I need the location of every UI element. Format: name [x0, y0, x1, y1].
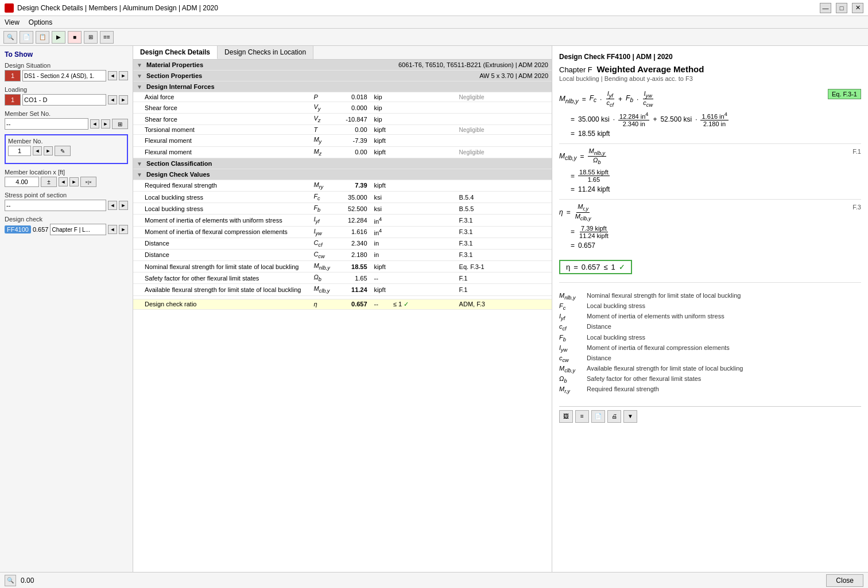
toolbar-btn-7[interactable]: ≡≡ — [100, 31, 114, 44]
design-check-chapter[interactable]: Chapter F | L... — [50, 224, 106, 235]
formula-step1-line1: = 35.000 ksi · 12.284 in4 2.340 in + 52.… — [571, 111, 815, 127]
section-class-label: Section Classification — [146, 160, 212, 167]
menubar: View Options — [0, 16, 868, 29]
toolbar-btn-2[interactable]: 📄 — [20, 31, 33, 44]
loading-num[interactable]: 1 — [5, 94, 21, 106]
step2-frac: 18.55 kipft 1.65 — [578, 169, 610, 183]
force-sym-My: My — [310, 135, 334, 146]
dcv-name-5: Distance — [133, 237, 310, 249]
stress-prev-btn[interactable]: ◄ — [108, 201, 117, 210]
material-collapse-btn[interactable]: ▼ — [137, 62, 142, 68]
member-location-row: 4.00 ± ◄ ► ×|× — [5, 177, 128, 187]
member-set-add-btn[interactable]: ⊞ — [112, 119, 128, 129]
formula-main-eq-sign: = — [582, 95, 586, 103]
minimize-button[interactable]: — — [820, 3, 831, 13]
loading-next-btn[interactable]: ► — [119, 95, 128, 104]
dcv-row-3: Moment of inertia of elements with unifo… — [133, 215, 552, 226]
rp-btn-4[interactable]: 🖨 — [607, 410, 621, 423]
ds-prev-btn[interactable]: ◄ — [108, 71, 117, 80]
dcv-unit-2: ksi — [371, 203, 390, 215]
design-situation-value[interactable]: DS1 - Section 2.4 (ASD), 1. — [22, 70, 106, 81]
ds-next-btn[interactable]: ► — [119, 71, 128, 80]
toolbar-btn-6[interactable]: ⊞ — [84, 31, 98, 44]
tab-design-check-details[interactable]: Design Check Details — [133, 46, 218, 59]
member-no-next-btn[interactable]: ► — [44, 146, 53, 155]
dcv-unit-7: kipft — [371, 261, 390, 272]
design-check-next-btn[interactable]: ► — [119, 225, 128, 234]
force-note-T: Negligible — [456, 125, 552, 135]
step1-eq-sign: = — [571, 115, 575, 123]
final-check-icon: ✓ — [619, 263, 625, 271]
force-val-Vz: -10.847 — [342, 114, 371, 125]
location-prev-btn[interactable]: ◄ — [59, 177, 68, 186]
loading-prev-btn[interactable]: ◄ — [108, 95, 117, 104]
dcv-name-6: Distance — [133, 249, 310, 260]
design-check-label: Design check — [5, 216, 128, 223]
legend-desc-8: Safety factor for other flexural limit s… — [587, 375, 701, 382]
formula-dot-1: · — [600, 95, 602, 103]
member-no-box: Member No. 1 ◄ ► ✎ — [5, 134, 128, 164]
rp-btn-2[interactable]: ≡ — [575, 410, 589, 423]
section-props-label: Section Properties — [146, 72, 202, 79]
section-class-collapse-btn[interactable]: ▼ — [137, 161, 142, 167]
rp-btn-1[interactable]: 🖼 — [559, 410, 573, 423]
dcv-collapse-btn[interactable]: ▼ — [137, 172, 142, 178]
dcv-unit-8: -- — [371, 272, 390, 284]
menu-options[interactable]: Options — [29, 18, 52, 26]
member-set-next-btn[interactable]: ► — [101, 119, 110, 128]
dcv-ref-7: Eq. F.3-1 — [456, 261, 552, 272]
dcv-unit-4: in4 — [371, 226, 390, 237]
maximize-button[interactable]: □ — [836, 3, 847, 13]
stress-point-row: -- ◄ ► — [5, 200, 128, 211]
internal-forces-collapse-btn[interactable]: ▼ — [137, 84, 142, 90]
member-no-input[interactable]: 1 — [8, 146, 31, 156]
loading-label: Loading — [5, 86, 128, 93]
force-val-Vy: 0.000 — [342, 102, 371, 114]
dcv-unit-0: kipft — [371, 180, 390, 191]
member-location-input[interactable]: 4.00 — [5, 177, 39, 187]
location-next-btn[interactable]: ► — [69, 177, 79, 186]
dcv-name-3: Moment of inertia of elements with unifo… — [133, 215, 310, 226]
dcv-row-0: Required flexural strength Mry 7.39 kipf… — [133, 180, 552, 191]
formula-frac-iyw-ccw: Iyw ccw — [642, 90, 654, 108]
member-set-prev-btn[interactable]: ◄ — [90, 119, 99, 128]
legend-desc-6: Distance — [587, 355, 611, 361]
loading-value[interactable]: CO1 - D — [22, 94, 106, 106]
close-button[interactable]: Close — [826, 574, 863, 587]
member-no-edit-btn[interactable]: ✎ — [55, 146, 71, 156]
design-situation-dropdown[interactable]: 1 — [5, 70, 21, 81]
rp-btn-3[interactable]: 📄 — [591, 410, 605, 423]
dcv-sym-5: Ccf — [310, 237, 334, 249]
formula-section-1: Mnlb,y = Fc · Iyf ccf + Fb · Iyw ccw — [559, 90, 861, 138]
tab-design-checks-location[interactable]: Design Checks in Location — [218, 46, 313, 59]
window-title: Design Check Details | Members | Aluminu… — [17, 4, 218, 12]
design-check-prev-btn[interactable]: ◄ — [108, 225, 117, 234]
member-set-label: Member Set No. — [5, 110, 128, 117]
dcv-val-4: 1.616 — [342, 226, 371, 237]
formula-section-3: η = Mr,y Mclb,y F.3 = 7.39 kipft 11.24 k… — [559, 203, 861, 249]
close-window-button[interactable]: ✕ — [852, 3, 863, 13]
section-collapse-btn[interactable]: ▼ — [137, 73, 142, 79]
rp-btn-5[interactable]: ▼ — [623, 410, 637, 423]
member-no-prev-btn[interactable]: ◄ — [33, 146, 42, 155]
legend-row-6: ccw Distance — [559, 355, 861, 363]
toolbar-btn-4[interactable]: ▶ — [52, 31, 65, 44]
status-search-icon[interactable]: 🔍 — [5, 575, 16, 586]
legend-desc-5: Moment of inertia of flexural compressio… — [587, 344, 730, 351]
location-extra-btn[interactable]: ×|× — [80, 177, 96, 187]
legend-sym-2: Iyf — [559, 313, 582, 321]
stress-point-value[interactable]: -- — [5, 200, 106, 211]
toolbar-btn-3[interactable]: 📋 — [36, 31, 49, 44]
stress-next-btn[interactable]: ► — [119, 201, 128, 210]
step3-frac: 7.39 kipft 11.24 kipft — [578, 225, 610, 239]
member-set-value[interactable]: -- — [5, 118, 88, 130]
dcv-val-1: 35.000 — [342, 191, 371, 203]
sep-2 — [559, 199, 861, 200]
toolbar-btn-1[interactable]: 🔍 — [3, 31, 17, 44]
menu-view[interactable]: View — [5, 18, 20, 26]
location-step-btn[interactable]: ± — [41, 177, 57, 187]
sep-1 — [559, 143, 861, 144]
toolbar-btn-5[interactable]: ■ — [68, 31, 82, 44]
titlebar-controls: — □ ✕ — [820, 3, 863, 13]
dcv-row-2: Local buckling stress Fb 52.500 ksi B.5.… — [133, 203, 552, 215]
